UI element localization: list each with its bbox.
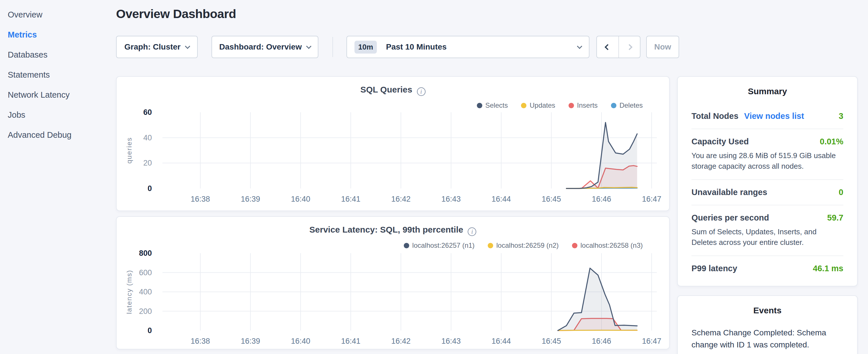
chevron-right-icon bbox=[626, 44, 632, 50]
chevron-down-icon bbox=[306, 43, 311, 49]
x-tick-label: 16:39 bbox=[241, 195, 260, 203]
stat-value: 3 bbox=[839, 111, 843, 121]
x-tick-label: 16:45 bbox=[541, 337, 561, 345]
stat-label: Total Nodes bbox=[691, 111, 739, 121]
sidebar-item-network-latency[interactable]: Network Latency bbox=[0, 85, 115, 105]
graph-scope-dropdown[interactable]: Graph: Cluster bbox=[116, 36, 198, 58]
stat-label: P99 latency bbox=[691, 264, 737, 273]
x-tick-label: 16:40 bbox=[291, 337, 310, 345]
y-axis-label: latency (ms) bbox=[125, 270, 133, 314]
summary-title: Summary bbox=[678, 87, 857, 96]
stat-label: Queries per second bbox=[691, 213, 769, 223]
sidebar-item-overview[interactable]: Overview bbox=[0, 5, 115, 25]
summary-row-capacity-used: Capacity Used 0.01% bbox=[691, 137, 843, 147]
controls-divider bbox=[333, 37, 333, 57]
now-button[interactable]: Now bbox=[646, 36, 679, 58]
x-tick-label: 16:44 bbox=[492, 337, 511, 345]
summary-panel: Summary Total Nodes View nodes list 3 Ca… bbox=[677, 76, 858, 286]
dashboard-label: Dashboard: Overview bbox=[219, 42, 302, 52]
x-tick-label: 16:43 bbox=[441, 195, 461, 203]
x-tick-label: 16:46 bbox=[592, 195, 611, 203]
chevron-down-icon bbox=[577, 43, 582, 49]
stat-label: Unavailable ranges bbox=[691, 188, 767, 197]
y-tick-label: 20 bbox=[143, 159, 152, 167]
x-tick-label: 16:46 bbox=[592, 337, 611, 345]
x-tick-label: 16:42 bbox=[391, 195, 411, 203]
chart-canvas: 020406016:3816:3916:4016:4116:4216:4316:… bbox=[117, 77, 670, 212]
chevron-down-icon bbox=[185, 43, 190, 49]
dashboard-dropdown[interactable]: Dashboard: Overview bbox=[212, 36, 318, 58]
sidebar: Overview Metrics Databases Statements Ne… bbox=[0, 0, 115, 354]
y-tick-label: 800 bbox=[139, 249, 152, 257]
summary-row-unavailable-ranges: Unavailable ranges 0 bbox=[691, 188, 843, 197]
service-latency-plot: 020040060080016:3816:3916:4016:4116:4216… bbox=[117, 217, 670, 351]
y-tick-label: 60 bbox=[143, 108, 152, 117]
sidebar-item-databases[interactable]: Databases bbox=[0, 45, 115, 65]
summary-row-total-nodes: Total Nodes View nodes list 3 bbox=[691, 111, 843, 121]
x-tick-label: 16:38 bbox=[191, 337, 210, 345]
time-range-dropdown[interactable]: 10m Past 10 Minutes bbox=[346, 36, 589, 58]
stat-label: Capacity Used bbox=[691, 137, 749, 147]
events-title: Events bbox=[678, 305, 857, 315]
stat-value: 59.7 bbox=[827, 213, 843, 223]
stat-value: 0 bbox=[839, 188, 843, 197]
y-tick-label: 600 bbox=[139, 268, 152, 277]
x-tick-label: 16:47 bbox=[642, 337, 661, 345]
y-tick-label: 200 bbox=[139, 307, 152, 316]
chevron-left-icon bbox=[604, 44, 611, 50]
x-tick-label: 16:43 bbox=[441, 337, 461, 345]
x-tick-label: 16:41 bbox=[341, 195, 361, 203]
y-tick-label: 0 bbox=[148, 184, 152, 193]
x-tick-label: 16:44 bbox=[492, 195, 511, 203]
series-area bbox=[558, 268, 637, 330]
page-title: Overview Dashboard bbox=[116, 7, 236, 21]
sql-queries-plot: 020406016:3816:3916:4016:4116:4216:4316:… bbox=[117, 77, 670, 213]
time-prev-button[interactable] bbox=[597, 36, 618, 58]
events-panel: Events Schema Change Completed: Schema c… bbox=[677, 295, 858, 354]
controls-bar: Graph: Cluster Dashboard: Overview 10m P… bbox=[116, 36, 679, 58]
x-tick-label: 16:42 bbox=[391, 337, 411, 345]
service-latency-chart-card: Service Latency: SQL, 99th percentilei l… bbox=[116, 216, 670, 349]
x-tick-label: 16:41 bbox=[341, 337, 361, 345]
y-tick-label: 400 bbox=[139, 288, 152, 296]
time-pager bbox=[596, 36, 641, 58]
y-tick-label: 0 bbox=[148, 326, 152, 335]
summary-row-p99-latency: P99 latency 46.1 ms bbox=[691, 264, 843, 273]
time-next-button[interactable] bbox=[618, 36, 640, 58]
y-tick-label: 40 bbox=[143, 133, 152, 142]
x-tick-label: 16:45 bbox=[541, 195, 561, 203]
summary-row-queries-per-second: Queries per second 59.7 bbox=[691, 213, 843, 223]
sidebar-item-statements[interactable]: Statements bbox=[0, 65, 115, 85]
stat-description: You are using 28.6 MiB of 515.9 GiB usab… bbox=[691, 150, 843, 171]
stat-value: 46.1 ms bbox=[813, 264, 843, 273]
time-range-label: Past 10 Minutes bbox=[386, 42, 447, 52]
chart-canvas: 020040060080016:3816:3916:4016:4116:4216… bbox=[117, 217, 670, 350]
sql-queries-chart-card: SQL Queriesi SelectsUpdatesInsertsDelete… bbox=[116, 76, 670, 211]
x-tick-label: 16:47 bbox=[642, 195, 661, 203]
y-axis-label: queries bbox=[125, 137, 133, 164]
x-tick-label: 16:39 bbox=[241, 337, 260, 345]
view-nodes-list-link[interactable]: View nodes list bbox=[744, 111, 804, 121]
stat-description: Sum of Selects, Updates, Inserts, and De… bbox=[691, 227, 843, 248]
sidebar-item-metrics[interactable]: Metrics bbox=[0, 25, 115, 45]
graph-scope-label: Graph: Cluster bbox=[124, 42, 181, 52]
event-item-text[interactable]: Schema Change Completed: Schema change w… bbox=[691, 327, 843, 351]
time-range-badge: 10m bbox=[354, 41, 377, 54]
sidebar-item-jobs[interactable]: Jobs bbox=[0, 105, 115, 125]
x-tick-label: 16:38 bbox=[191, 195, 210, 203]
x-tick-label: 16:40 bbox=[291, 195, 310, 203]
sidebar-item-advanced-debug[interactable]: Advanced Debug bbox=[0, 125, 115, 145]
stat-value: 0.01% bbox=[820, 137, 843, 147]
